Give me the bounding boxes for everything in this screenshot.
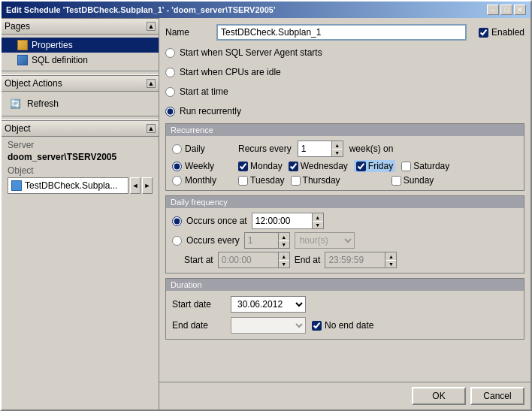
start-date-row: Start date 30.06.2012	[172, 295, 518, 313]
properties-icon	[17, 39, 29, 51]
friday-label: Friday	[368, 161, 393, 171]
start-at-down[interactable]: ▼	[279, 260, 289, 267]
object-actions-collapse-button[interactable]: ▲	[147, 79, 156, 88]
title-bar: Edit Schedule 'TestDBCheck.Subplan_1' - …	[2, 2, 530, 18]
start-time-radio[interactable]	[165, 87, 175, 97]
window-title: Edit Schedule 'TestDBCheck.Subplan_1' - …	[6, 5, 276, 14]
pages-section-header: Pages ▲	[2, 18, 159, 35]
end-at-label: End at	[295, 255, 321, 265]
start-time-label: Start at time	[180, 86, 228, 97]
start-cpu-radio[interactable]	[165, 68, 175, 77]
content-area: Pages ▲ Properties SQL definition Object…	[2, 18, 530, 409]
hour-select[interactable]: hour(s)	[295, 232, 355, 249]
start-agent-label: Start when SQL Server Agent starts	[180, 47, 322, 58]
nav-next-button[interactable]: ►	[142, 177, 153, 194]
object-section-title: Object	[5, 123, 31, 134]
object-item-box: TestDBCheck.Subpla...	[8, 177, 128, 194]
start-date-select[interactable]: 30.06.2012	[231, 296, 306, 313]
end-at-up[interactable]: ▲	[385, 252, 396, 260]
every-down[interactable]: ▼	[279, 240, 289, 248]
tree-item-properties[interactable]: Properties	[2, 38, 159, 53]
run-recurrently-row: Run recurrently	[165, 104, 524, 119]
saturday-checkbox[interactable]	[401, 162, 411, 171]
enabled-checkbox[interactable]	[479, 28, 488, 38]
thursday-label: Thursday	[303, 175, 340, 186]
once-at-spinners: ▲ ▼	[312, 213, 324, 229]
recurs-every-input[interactable]	[298, 141, 331, 157]
close-button[interactable]: ✕	[514, 5, 526, 15]
monday-check: Monday	[238, 161, 283, 171]
duration-group: Duration Start date 30.06.2012 End date	[165, 278, 524, 340]
end-at-spin: ▲ ▼	[325, 252, 397, 268]
weekly-option: Weekly	[172, 161, 232, 171]
server-value: doom_server\TSERV2005	[8, 152, 153, 162]
run-recurrently-label: Run recurrently	[180, 106, 241, 116]
run-recurrently-radio[interactable]	[165, 107, 175, 116]
start-date-label: Start date	[172, 299, 225, 310]
friday-checkbox[interactable]	[356, 162, 366, 171]
no-end-date-checkbox[interactable]	[312, 321, 322, 331]
start-at-up[interactable]: ▲	[279, 252, 289, 260]
name-label: Name	[165, 27, 210, 38]
minimize-button[interactable]: −	[487, 5, 499, 15]
maximize-button[interactable]: □	[500, 5, 512, 15]
tuesday-checkbox[interactable]	[238, 176, 248, 186]
object-section-header: Object ▲	[2, 120, 159, 137]
tree-item-sql-definition[interactable]: SQL definition	[2, 53, 159, 68]
once-at-input[interactable]	[252, 213, 312, 229]
nav-prev-button[interactable]: ◄	[130, 177, 141, 194]
pages-collapse-button[interactable]: ▲	[147, 22, 156, 31]
start-cpu-row: Start when CPUs are idle	[165, 65, 524, 80]
recurs-every-spin: ▲ ▼	[298, 141, 343, 157]
tree-item-properties-label: Properties	[32, 40, 73, 50]
object-nav: TestDBCheck.Subpla... ◄ ►	[8, 177, 153, 194]
main-window: Edit Schedule 'TestDBCheck.Subplan_1' - …	[0, 0, 532, 411]
monday-label: Monday	[250, 161, 283, 171]
monthly-label: Monthly	[185, 175, 216, 186]
enabled-checkbox-row: Enabled	[479, 27, 524, 38]
friday-check: Friday	[354, 160, 395, 172]
start-agent-row: Start when SQL Server Agent starts	[165, 45, 524, 60]
start-agent-radio[interactable]	[165, 48, 175, 58]
occurs-every-label: Occurs every	[186, 235, 240, 246]
wednesday-check: Wednesday	[289, 161, 348, 171]
start-at-spinners: ▲ ▼	[278, 252, 290, 268]
daily-radio[interactable]	[172, 144, 182, 154]
name-input[interactable]	[216, 24, 467, 41]
start-time-row: Start at time	[165, 84, 524, 99]
recurs-every-up[interactable]: ▲	[332, 141, 343, 149]
enabled-label: Enabled	[491, 27, 524, 38]
recurs-every-down[interactable]: ▼	[332, 149, 343, 156]
occurs-once-radio[interactable]	[172, 216, 182, 226]
wednesday-checkbox[interactable]	[289, 162, 298, 171]
recurs-every-label: Recurs every	[238, 144, 292, 154]
refresh-action[interactable]: 🔄 Refresh	[8, 95, 153, 113]
end-at-down[interactable]: ▼	[385, 260, 396, 267]
actions-area: 🔄 Refresh	[2, 92, 159, 116]
object-actions-title: Object Actions	[5, 78, 62, 89]
sunday-checkbox[interactable]	[391, 176, 401, 186]
tuesday-label: Tuesday	[250, 175, 285, 186]
every-up[interactable]: ▲	[279, 233, 289, 240]
every-input[interactable]	[244, 232, 278, 249]
weekly-radio[interactable]	[172, 162, 182, 171]
object-collapse-button[interactable]: ▲	[147, 124, 156, 133]
start-at-input[interactable]	[218, 252, 278, 268]
once-at-down[interactable]: ▼	[313, 221, 323, 228]
thursday-checkbox[interactable]	[291, 176, 301, 186]
no-end-date-label: No end date	[325, 320, 373, 331]
monthly-radio[interactable]	[172, 176, 182, 186]
cancel-button[interactable]: Cancel	[470, 387, 524, 405]
sql-icon	[17, 54, 29, 66]
monthly-option: Monthly	[172, 175, 232, 186]
recurs-every-spinners: ▲ ▼	[331, 141, 343, 157]
monday-checkbox[interactable]	[238, 162, 248, 171]
start-at-spin: ▲ ▼	[218, 252, 290, 268]
occurs-every-radio[interactable]	[172, 236, 182, 246]
end-date-select[interactable]	[231, 317, 306, 334]
daily-label: Daily	[185, 144, 205, 154]
once-at-up[interactable]: ▲	[313, 213, 323, 221]
right-content: Name Enabled Start when SQL Server Agent…	[159, 18, 530, 409]
ok-button[interactable]: OK	[412, 387, 466, 405]
end-at-input[interactable]	[325, 252, 385, 268]
